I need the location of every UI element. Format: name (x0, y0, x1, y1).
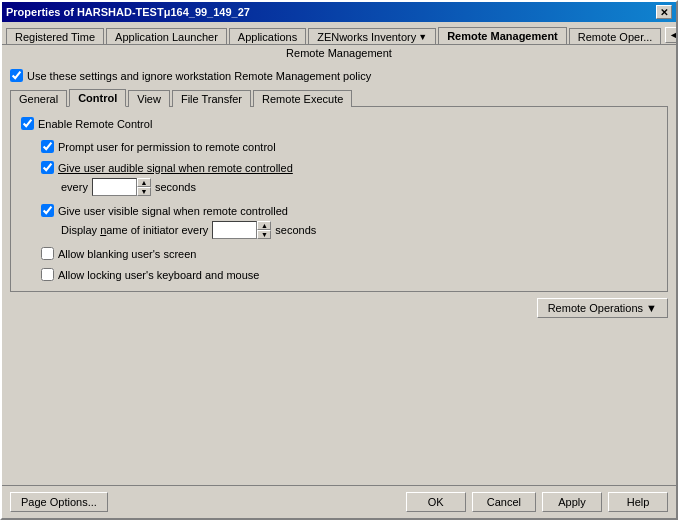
audible-signal-checkbox[interactable] (41, 161, 54, 174)
audible-spinner: 30 ▲ ▼ (92, 178, 151, 196)
allow-locking-checkbox[interactable] (41, 268, 54, 281)
enable-remote-control-checkbox[interactable] (21, 117, 34, 130)
audible-seconds-label: seconds (155, 181, 196, 193)
visible-spinner: 60 ▲ ▼ (212, 221, 271, 239)
visible-value-input[interactable]: 60 (212, 221, 257, 239)
prompt-user-label: Prompt user for permission to remote con… (58, 141, 276, 153)
top-tab-bar: Registered Time Application Launcher App… (2, 22, 676, 45)
use-settings-row: Use these settings and ignore workstatio… (10, 69, 668, 82)
display-label: Display name of initiator every (61, 224, 208, 236)
tab-registered-time[interactable]: Registered Time (6, 28, 104, 45)
main-content: Use these settings and ignore workstatio… (2, 61, 676, 485)
inner-tab-remote-execute[interactable]: Remote Execute (253, 90, 352, 107)
visible-spinner-btns: ▲ ▼ (257, 221, 271, 239)
visible-signal-section: Give user visible signal when remote con… (41, 204, 657, 239)
page-options-button[interactable]: Page Options... (10, 492, 108, 512)
use-settings-label: Use these settings and ignore workstatio… (27, 70, 371, 82)
visible-signal-timing: Display name of initiator every 60 ▲ ▼ s… (61, 221, 657, 239)
inner-tab-view[interactable]: View (128, 90, 170, 107)
remote-control-options: Prompt user for permission to remote con… (41, 140, 657, 281)
tab-remote-management[interactable]: Remote Management (438, 27, 567, 45)
title-bar: Properties of HARSHAD-TESTμ164_99_149_27… (2, 2, 676, 22)
audible-spinner-down[interactable]: ▼ (137, 187, 151, 196)
help-button[interactable]: Help (608, 492, 668, 512)
control-panel: Enable Remote Control Prompt user for pe… (10, 107, 668, 292)
inner-tab-container: General Control View File Transfer Remot… (10, 88, 668, 292)
audible-value-input[interactable]: 30 (92, 178, 137, 196)
visible-signal-row: Give user visible signal when remote con… (41, 204, 657, 217)
allow-blanking-checkbox[interactable] (41, 247, 54, 260)
ok-button[interactable]: OK (406, 492, 466, 512)
active-tab-label: Remote Management (284, 45, 394, 61)
allow-locking-label: Allow locking user's keyboard and mouse (58, 269, 259, 281)
audible-signal-section: Give user audible signal when remote con… (41, 161, 657, 196)
remote-operations-button[interactable]: Remote Operations ▼ (537, 298, 668, 318)
tab-nav-left[interactable]: ◄ (665, 27, 676, 43)
tab-application-launcher[interactable]: Application Launcher (106, 28, 227, 45)
visible-signal-checkbox[interactable] (41, 204, 54, 217)
prompt-user-row: Prompt user for permission to remote con… (41, 140, 657, 153)
inner-tab-file-transfer[interactable]: File Transfer (172, 90, 251, 107)
dropdown-arrow-icon: ▼ (418, 32, 427, 42)
use-settings-checkbox[interactable] (10, 69, 23, 82)
prompt-user-checkbox[interactable] (41, 140, 54, 153)
allow-blanking-row: Allow blanking user's screen (41, 247, 657, 260)
close-button[interactable]: ✕ (656, 5, 672, 19)
tab-remote-operations[interactable]: Remote Oper... (569, 28, 662, 45)
inner-tab-general[interactable]: General (10, 90, 67, 107)
visible-seconds-label: seconds (275, 224, 316, 236)
tab-nav: ◄ ► (665, 27, 676, 43)
cancel-button[interactable]: Cancel (472, 492, 536, 512)
allow-locking-row: Allow locking user's keyboard and mouse (41, 268, 657, 281)
apply-button[interactable]: Apply (542, 492, 602, 512)
allow-blanking-label: Allow blanking user's screen (58, 248, 196, 260)
remote-ops-row: Remote Operations ▼ (10, 298, 668, 318)
inner-tab-control[interactable]: Control (69, 89, 126, 107)
audible-signal-row: Give user audible signal when remote con… (41, 161, 657, 174)
tab-zenworks-inventory[interactable]: ZENworks Inventory ▼ (308, 28, 436, 45)
bottom-bar: Page Options... OK Cancel Apply Help (2, 485, 676, 518)
window-title: Properties of HARSHAD-TESTμ164_99_149_27 (6, 6, 250, 18)
visible-spinner-down[interactable]: ▼ (257, 230, 271, 239)
audible-spinner-up[interactable]: ▲ (137, 178, 151, 187)
tab-applications[interactable]: Applications (229, 28, 306, 45)
visible-spinner-up[interactable]: ▲ (257, 221, 271, 230)
audible-spinner-btns: ▲ ▼ (137, 178, 151, 196)
enable-remote-control-row: Enable Remote Control (21, 117, 657, 130)
inner-tab-bar: General Control View File Transfer Remot… (10, 88, 668, 107)
audible-signal-timing: every 30 ▲ ▼ seconds (61, 178, 657, 196)
every-label: every (61, 181, 88, 193)
enable-remote-control-label: Enable Remote Control (38, 118, 152, 130)
main-window: Properties of HARSHAD-TESTμ164_99_149_27… (0, 0, 678, 520)
dialog-buttons: OK Cancel Apply Help (406, 492, 668, 512)
visible-signal-label: Give user visible signal when remote con… (58, 205, 288, 217)
audible-signal-label: Give user audible signal when remote con… (58, 162, 293, 174)
